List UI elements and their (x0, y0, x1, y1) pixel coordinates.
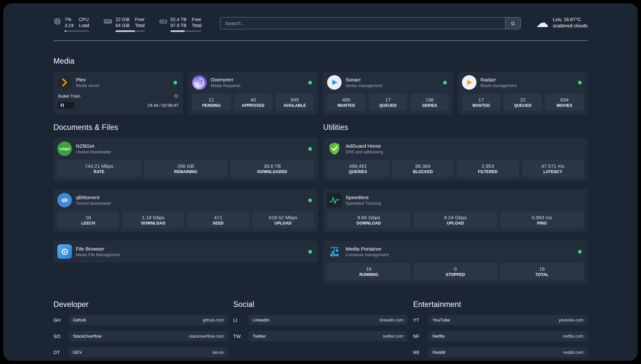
settings-gear-icon[interactable]: ⚙ (174, 93, 178, 99)
app-card-nzbget: nzbget NZBGet Usenet downloader 744.21 M… (53, 138, 318, 181)
weather-widget: ☁ Lviv, 16.87°C scattered clouds (536, 16, 588, 29)
stat-label: QUERIES (328, 169, 387, 174)
status-dot (308, 147, 312, 151)
now-playing-title: Bullet Train (58, 94, 80, 99)
dashboard-frame: 7% 3.24 CPU Load (3, 3, 638, 361)
search-input[interactable] (220, 17, 505, 29)
app-link-plex[interactable]: Plex Media server (57, 75, 179, 90)
stat-value: 2,953 (458, 163, 517, 169)
stat-tile: 9.65 Gbps DOWNLOAD (327, 211, 411, 228)
search-provider-button[interactable]: G (505, 17, 520, 29)
speedtest-icon (327, 193, 342, 207)
app-name: NZBGet (76, 143, 111, 149)
app-link-filebrowser[interactable]: File Browser Media File Management (57, 244, 314, 259)
stat-tile: 196 SERIES (411, 94, 449, 111)
app-name: Overseerr (211, 77, 240, 83)
memory-icon (104, 17, 112, 32)
app-name: File Browser (76, 246, 120, 252)
bookmark-netflix[interactable]: Netflix netflix.com (428, 331, 588, 341)
app-card-plex: Plex Media server Bullet Train ⚙ (53, 72, 183, 114)
stat-value: 266 GB (145, 163, 226, 169)
app-card-qbittorrent: qb qBittorrent Torrent downloader 16 LEE… (53, 189, 318, 232)
section-title-entertainment: Entertainment (413, 300, 588, 309)
pause-icon[interactable] (61, 104, 64, 107)
bookmark-url: youtube.com (559, 318, 583, 322)
memory-free-value: 22 GiB (115, 16, 130, 22)
stat-tile: 39.6 TB DOWNLOADED (230, 160, 314, 177)
bookmark-abbr: GH (53, 318, 69, 323)
stat-tile: 0.993 ms PING (500, 211, 584, 228)
stat-label: WANTED (463, 103, 499, 108)
stat-label: BLOCKED (393, 169, 452, 174)
stat-label: DOWNLOAD (328, 221, 409, 226)
status-dot (308, 198, 312, 202)
stat-label: DOWNLOAD (124, 221, 183, 226)
bookmark-linkedin[interactable]: LinkedIn linkedin.com (248, 315, 408, 325)
app-link-portainer[interactable]: Media Portainer Container management (327, 244, 584, 259)
bookmark-row: RE Reddit reddit.com (413, 347, 588, 357)
stat-label: PENDING (194, 103, 229, 108)
stat-value: 39.6 TB (232, 163, 313, 169)
stat-label: SERIES (412, 103, 447, 108)
bookmark-row: NF Netflix netflix.com (413, 331, 588, 341)
memory-total-value: 64 GiB (115, 22, 130, 28)
bookmark-row: GH Github github.com (53, 315, 228, 325)
stat-label: MOVIES (547, 103, 582, 108)
stat-tile: 16 RUNNING (327, 263, 411, 280)
bookmark-stackoverflow[interactable]: StackOverflow stackoverflow.com (69, 331, 228, 341)
memory-total-label: Total (135, 22, 145, 28)
stat-label: SEED (189, 221, 248, 226)
stat-tile: 834 MOVIES (545, 94, 584, 111)
app-link-adguard[interactable]: AdGuard Home DNS and adblocking (327, 141, 584, 156)
app-name: Plex (76, 77, 100, 83)
stat-tile: 47.571 ms LATENCY (522, 160, 584, 177)
stat-tile: 485 WANTED (327, 94, 365, 111)
bookmark-github[interactable]: Github github.com (69, 315, 228, 325)
bookmark-label: YouTube (433, 318, 450, 322)
bookmark-url: linkedin.com (380, 318, 403, 322)
app-link-speedtest[interactable]: Speedtest Speedtest Tracking (327, 193, 584, 207)
playback-time: 24:44 / 02:06:47 (147, 103, 178, 108)
stat-label: FILTERED (458, 169, 517, 174)
section-media: Media Plex Media server (53, 57, 588, 114)
disk-total-label: Total (192, 22, 202, 28)
cpu-usage-value: 7% (65, 16, 74, 22)
stat-value: 16 (502, 266, 582, 272)
bookmark-youtube[interactable]: YouTube youtube.com (428, 315, 588, 325)
stat-value: 618.52 Mbps (254, 214, 313, 221)
nzbget-icon: nzbget (57, 141, 72, 156)
overseerr-icon (192, 75, 207, 90)
stat-value: 17 (370, 97, 406, 103)
seek-bar[interactable] (58, 102, 143, 108)
stat-value: 47.571 ms (523, 163, 582, 169)
bookmark-row: SO StackOverflow stackoverflow.com (53, 331, 228, 341)
stat-tile: 17 QUEUED (369, 94, 407, 111)
stat-tile: 40 APPROVED (234, 94, 272, 111)
cpu-load-label: Load (79, 22, 89, 28)
app-link-qbittorrent[interactable]: qb qBittorrent Torrent downloader (57, 193, 314, 207)
stat-value: 1.19 Gbps (124, 214, 183, 221)
app-link-sonarr[interactable]: Sonarr Series management (327, 75, 449, 90)
app-link-radarr[interactable]: Radarr Movie management (462, 75, 584, 90)
bookmark-reddit[interactable]: Reddit reddit.com (428, 347, 588, 357)
bookmark-row: YT YouTube youtube.com (413, 315, 588, 325)
cpu-widget: 7% 3.24 CPU Load (53, 16, 89, 32)
app-link-nzbget[interactable]: nzbget NZBGet Usenet downloader (57, 141, 314, 156)
bookmark-url: twitter.com (383, 334, 404, 339)
bookmark-twitter[interactable]: Twitter twitter.com (248, 331, 408, 341)
status-dot (308, 81, 312, 84)
app-name: Sonarr (346, 77, 382, 83)
stat-label: RUNNING (328, 272, 409, 277)
stat-label: UPLOAD (254, 221, 313, 226)
app-name: qBittorrent (76, 195, 111, 200)
stat-value: 196 (412, 97, 447, 103)
cpu-usage-label: CPU (79, 16, 89, 22)
app-name: Media Portainer (346, 246, 389, 252)
app-link-overseerr[interactable]: Overseerr Media Requests (192, 75, 314, 90)
bookmark-dev[interactable]: DEV dev.to (69, 347, 228, 357)
stat-tile: 471 SEED (187, 211, 249, 228)
stat-label: RATE (59, 169, 139, 174)
filebrowser-icon (57, 244, 72, 259)
stat-tile: 21 PENDING (192, 94, 230, 111)
stat-tile: 744.21 Mbps RATE (57, 160, 141, 177)
